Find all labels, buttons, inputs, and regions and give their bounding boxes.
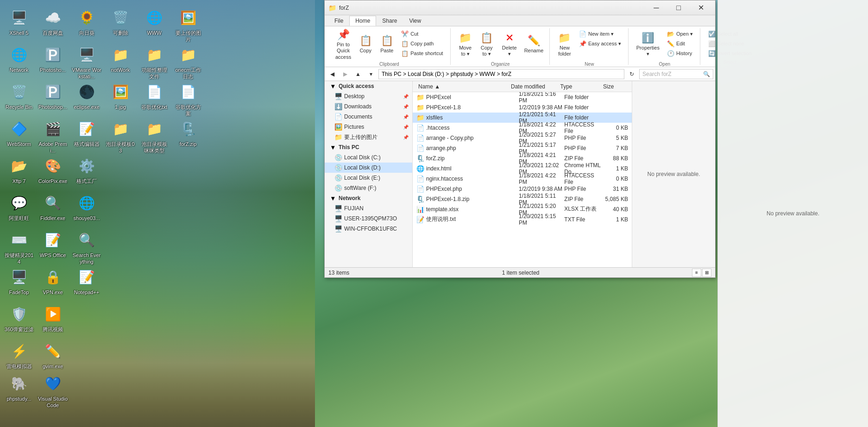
tab-home[interactable]: Home bbox=[349, 16, 376, 26]
nav-quick-access[interactable]: ▾ Quick access bbox=[325, 81, 412, 91]
desktop-icon-loumu[interactable]: 📁 泡目录模板03 bbox=[104, 116, 137, 156]
tab-file[interactable]: File bbox=[328, 16, 349, 26]
col-size-header[interactable]: Size bbox=[601, 83, 628, 90]
desktop-icon-vscode[interactable]: 💙 Visual Studio Code bbox=[36, 370, 69, 411]
nav-documents[interactable]: 📄 Documents 📌 bbox=[325, 112, 412, 122]
nav-downloads[interactable]: ⬇️ Downloads 📌 bbox=[325, 101, 412, 112]
desktop-icon-1jpg[interactable]: 🖼️ 1.jpg bbox=[104, 79, 137, 112]
nav-network[interactable]: ▾ Network bbox=[325, 193, 412, 203]
desktop-icon-xftp[interactable]: 📂 Xftp 7 bbox=[2, 153, 36, 186]
tab-share[interactable]: Share bbox=[376, 16, 403, 26]
desktop-icon-geshibian[interactable]: 📝 格式编辑器 bbox=[70, 116, 103, 149]
desktop-icon-baiduyun[interactable]: ☁️ 百度网盘 bbox=[36, 5, 69, 38]
desktop-icon-wps[interactable]: 📝 WPS Office bbox=[36, 227, 69, 260]
nav-win[interactable]: 🖥️ WIN-CFFOBK1UF8C bbox=[325, 224, 412, 234]
nav-disk-d[interactable]: 💿 Local Disk (D:) bbox=[325, 163, 412, 173]
history-button[interactable]: 🕐 History bbox=[664, 49, 696, 58]
desktop-icon-xshell[interactable]: 🖥️ XShell 5 bbox=[2, 5, 36, 38]
desktop-icon-xiangdian[interactable]: 🌻 向日葵 bbox=[70, 5, 103, 38]
desktop-icon-vpn[interactable]: 🔒 VPN.exe bbox=[36, 264, 69, 297]
desktop-icon-colorpix[interactable]: 🎨 ColorPix.exe bbox=[36, 153, 69, 186]
nav-user1395[interactable]: 🖥️ USER-1395QPM73O bbox=[325, 214, 412, 224]
details-view-button[interactable]: ≡ bbox=[692, 269, 701, 277]
nav-yaoshang[interactable]: 📁 要上传的图片 📌 bbox=[325, 132, 412, 142]
desktop-icon-gvim[interactable]: ✏️ gvim.exe bbox=[36, 338, 69, 371]
desktop-icon-photoshop[interactable]: 🅿️ Photosho... bbox=[36, 42, 69, 75]
desktop-icon-forzzip[interactable]: 🗜️ forZ.zip bbox=[171, 116, 205, 149]
move-to-button[interactable]: 📁 Moveto ▾ bbox=[455, 29, 476, 60]
new-folder-button[interactable]: 📁 Newfolder bbox=[554, 29, 575, 60]
nav-pictures[interactable]: 🖼️ Pictures 📌 bbox=[325, 122, 412, 132]
nav-this-pc[interactable]: ▾ This PC bbox=[325, 142, 412, 152]
desktop-icon-leidian[interactable]: ⚡ 雷电模拟器 bbox=[2, 338, 36, 371]
desktop-icon-onecm[interactable]: 📁 onecm工作日志 bbox=[171, 42, 205, 82]
desktop-icon-www[interactable]: 🌐 WWW bbox=[138, 5, 171, 38]
desktop-icon-notepad[interactable]: 📝 Notepad++ bbox=[70, 264, 103, 297]
desktop-icon-alimama[interactable]: 💬 阿里旺旺 bbox=[2, 190, 36, 223]
properties-button[interactable]: ℹ️ Properties ▾ bbox=[633, 29, 663, 60]
desktop-icon-network[interactable]: 🌐 Network bbox=[2, 42, 36, 75]
back-button[interactable]: ◀ bbox=[327, 69, 338, 80]
desktop-icon-phpstudy[interactable]: 🐘 phpstudy... bbox=[2, 370, 36, 404]
nav-disk-c[interactable]: 💿 Local Disk (C:) bbox=[325, 152, 412, 163]
desktop-icon-search[interactable]: 🔍 Search Everything bbox=[70, 227, 103, 267]
desktop-icon-photoshop2[interactable]: 🅿️ Photoshop... bbox=[36, 79, 69, 112]
paste-icon: 📋 bbox=[381, 35, 393, 47]
open-button[interactable]: 📂 Open ▾ bbox=[664, 29, 696, 38]
file-row[interactable]: 📄 nginx.htaccess 1/18/2021 4:22 PM HTACC… bbox=[413, 174, 632, 184]
desktop-icon-vmware[interactable]: 🖥️ VMware Workstati... bbox=[70, 42, 103, 82]
large-icons-view-button[interactable]: ⊞ bbox=[702, 269, 711, 277]
desktop-icon-keshan[interactable]: 🗑️ 可删除 bbox=[104, 5, 137, 38]
pin-button[interactable]: 📌 Pin to Quickaccess bbox=[332, 29, 354, 60]
file-row[interactable]: 📝 使用说明.txt 1/20/2021 5:15 PM TXT File 1 … bbox=[413, 214, 632, 225]
desktop-icon-tengxun[interactable]: ▶️ 腾讯视频 bbox=[36, 301, 69, 334]
paste-button[interactable]: 📋 Paste bbox=[377, 29, 397, 60]
desktop-icon-360[interactable]: 🛡️ 360弹窗过滤 bbox=[2, 301, 36, 334]
copy-path-button[interactable]: 📋 Copy path bbox=[398, 39, 446, 48]
desktop-icon-gongneng[interactable]: 📁 功能性整理文件 bbox=[138, 42, 171, 82]
forward-button[interactable]: ▶ bbox=[340, 69, 351, 80]
desktop-icon-anjian[interactable]: ⌨️ 按键精灵2014 bbox=[2, 227, 36, 267]
desktop-icon-yaoshangtu[interactable]: 🖼️ 要上传的图片 bbox=[171, 5, 205, 45]
close-button[interactable]: ✕ bbox=[690, 1, 711, 15]
network-nav-label: Network bbox=[339, 195, 409, 201]
col-type-header[interactable]: Type bbox=[558, 83, 601, 90]
up-button[interactable]: ▲ bbox=[352, 69, 364, 80]
recent-button[interactable]: ▾ bbox=[365, 69, 377, 80]
nav-disk-e[interactable]: 💿 Local Disk (E:) bbox=[325, 173, 412, 183]
desktop-icon-webstorm[interactable]: 🔷 WebStorm bbox=[2, 116, 36, 149]
refresh-button[interactable]: ↻ bbox=[626, 69, 637, 80]
col-name-header[interactable]: Name ▲ bbox=[416, 83, 509, 90]
desktop-icon-geShiGong[interactable]: ⚙️ 格式工厂 bbox=[70, 153, 103, 186]
search-box[interactable]: Search forZ 🔍 bbox=[639, 69, 713, 79]
copy-to-button[interactable]: 📋 Copyto ▾ bbox=[477, 29, 497, 60]
desktop-icon-fiddler[interactable]: 🔍 Fiddler.exe bbox=[36, 190, 69, 223]
cut-button[interactable]: ✂️ Cut bbox=[398, 29, 446, 38]
desktop-icon-youhua[interactable]: 📄 谷歌优化txt bbox=[138, 79, 171, 112]
desktop-icon-youhuafang[interactable]: 📄 谷歌优化方案 bbox=[171, 79, 205, 119]
delete-button[interactable]: ✕ Delete ▾ bbox=[498, 29, 521, 60]
new-item-button[interactable]: 📄 New item ▾ bbox=[576, 29, 624, 38]
nav-disk-f[interactable]: 💿 softWare (F:) bbox=[325, 183, 412, 193]
desktop-icon-fadetop[interactable]: 🖥️ FadeTop bbox=[2, 264, 36, 297]
desktop-icon-recycle[interactable]: 🗑️ Recycle Bin bbox=[2, 79, 36, 112]
desktop-icon-adobe[interactable]: 🎬 Adobe Premi... bbox=[36, 116, 69, 156]
maximize-button[interactable]: □ bbox=[668, 1, 689, 15]
desktop-icon-shouye[interactable]: 🌐 shouye03... bbox=[70, 190, 103, 223]
minimize-button[interactable]: ─ bbox=[646, 1, 667, 15]
paste-shortcut-button[interactable]: 📋 Paste shortcut bbox=[398, 49, 446, 58]
easy-access-button[interactable]: 📌 Easy access ▾ bbox=[576, 39, 624, 48]
tab-view[interactable]: View bbox=[403, 16, 427, 26]
nav-desktop[interactable]: 🖥️ Desktop 📌 bbox=[325, 91, 412, 101]
edit-button[interactable]: ✏️ Edit bbox=[664, 39, 696, 48]
desktop-icon-eclipse[interactable]: 🌑 eclipse.exe bbox=[70, 79, 103, 112]
rename-button[interactable]: ✏️ Rename bbox=[522, 29, 546, 60]
copy-large-button[interactable]: 📋 Copy bbox=[355, 29, 376, 60]
col-date-header[interactable]: Date modified bbox=[509, 83, 558, 90]
desktop-icon-loumu2[interactable]: 📁 泡目录模板咪咪类型 bbox=[138, 116, 171, 156]
win-label: WIN-CFFOBK1UF8C bbox=[344, 226, 409, 232]
address-path[interactable]: This PC > Local Disk (D:) > phpstudy > W… bbox=[378, 69, 624, 79]
file-row[interactable]: 📁 PHPExcel 1/18/2021 5:16 PM File folder bbox=[413, 92, 632, 102]
desktop-icon-notwork[interactable]: 📁 notWork bbox=[104, 42, 137, 75]
nav-fujian[interactable]: 🖥️ FUJIAN bbox=[325, 203, 412, 214]
